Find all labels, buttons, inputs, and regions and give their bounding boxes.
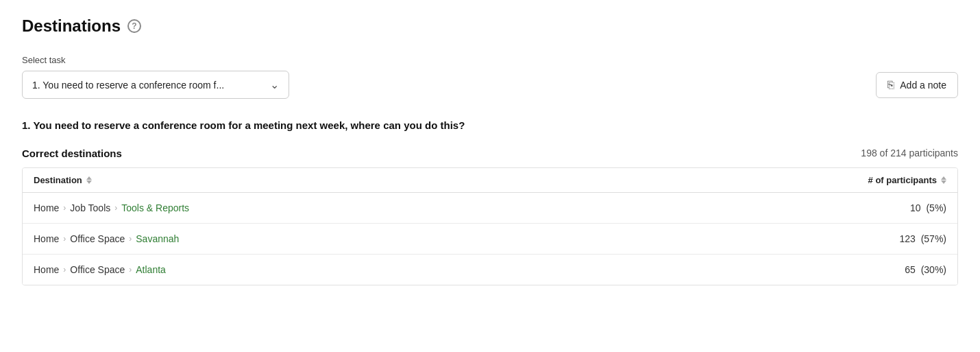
crumb-office-space-2: Office Space xyxy=(70,233,125,244)
crumb-sep-1a: › xyxy=(63,203,66,213)
crumb-home-3: Home xyxy=(34,264,59,275)
select-task-label: Select task xyxy=(22,55,958,65)
crumb-sep-3b: › xyxy=(129,265,132,274)
table-header: Destination # of participants xyxy=(23,168,957,193)
note-icon: ⎘ xyxy=(887,79,894,91)
page-title: Destinations xyxy=(22,16,121,36)
participants-summary: 198 of 214 participants xyxy=(861,148,958,159)
question-text: 1. You need to reserve a conference room… xyxy=(22,118,958,134)
destinations-table: Destination # of participants Home › Job… xyxy=(22,167,958,285)
crumb-job-tools: Job Tools xyxy=(70,202,110,213)
task-row: 1. You need to reserve a conference room… xyxy=(22,71,958,99)
crumb-savannah[interactable]: Savannah xyxy=(136,233,179,244)
participants-cell-3: 65 (30%) xyxy=(878,264,946,275)
table-row: Home › Office Space › Atlanta 65 (30%) xyxy=(23,255,957,285)
correct-destinations-row: Correct destinations 198 of 214 particip… xyxy=(22,148,958,159)
add-note-button[interactable]: ⎘ Add a note xyxy=(876,72,958,98)
col-participants-header[interactable]: # of participants xyxy=(868,175,946,185)
crumb-sep-2b: › xyxy=(129,234,132,244)
destination-sort-icon xyxy=(86,176,92,184)
chevron-down-icon: ⌄ xyxy=(270,78,279,91)
help-icon[interactable]: ? xyxy=(127,19,141,33)
correct-destinations-label: Correct destinations xyxy=(22,148,122,159)
col-participants-label: # of participants xyxy=(868,175,937,185)
add-note-label: Add a note xyxy=(900,80,946,91)
crumb-sep-2a: › xyxy=(63,234,66,244)
page-header: Destinations ? xyxy=(22,16,958,36)
crumb-sep-1b: › xyxy=(114,203,117,213)
crumb-sep-3a: › xyxy=(63,265,66,274)
breadcrumb-row-1: Home › Job Tools › Tools & Reports xyxy=(34,202,189,213)
task-dropdown[interactable]: 1. You need to reserve a conference room… xyxy=(22,71,289,99)
participants-sort-icon xyxy=(941,176,946,184)
crumb-atlanta[interactable]: Atlanta xyxy=(136,264,166,275)
breadcrumb-row-3: Home › Office Space › Atlanta xyxy=(34,264,166,275)
table-row: Home › Office Space › Savannah 123 (57%) xyxy=(23,224,957,255)
participants-cell-2: 123 (57%) xyxy=(878,233,946,244)
task-section: Select task 1. You need to reserve a con… xyxy=(22,55,958,99)
col-destination-header[interactable]: Destination xyxy=(34,175,92,185)
crumb-tools-reports[interactable]: Tools & Reports xyxy=(121,202,189,213)
participants-cell-1: 10 (5%) xyxy=(878,202,946,213)
task-dropdown-value: 1. You need to reserve a conference room… xyxy=(32,80,224,91)
table-row: Home › Job Tools › Tools & Reports 10 (5… xyxy=(23,193,957,224)
col-destination-label: Destination xyxy=(34,175,82,185)
breadcrumb-row-2: Home › Office Space › Savannah xyxy=(34,233,179,244)
crumb-home-1: Home xyxy=(34,202,59,213)
crumb-home-2: Home xyxy=(34,233,59,244)
crumb-office-space-3: Office Space xyxy=(70,264,125,275)
